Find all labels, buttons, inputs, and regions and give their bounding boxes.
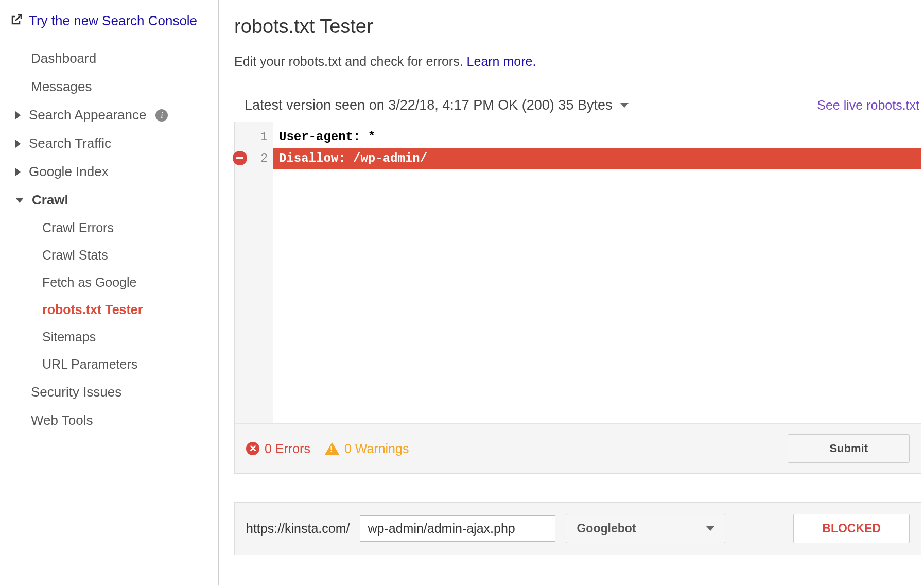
warnings-count: 0 Warnings	[344, 441, 409, 456]
sidebar-item-robots-tester[interactable]: robots.txt Tester	[5, 296, 213, 323]
caret-right-icon	[15, 168, 21, 176]
sidebar-item-crawl-errors[interactable]: Crawl Errors	[5, 214, 213, 242]
sidebar-label-search-traffic: Search Traffic	[29, 135, 111, 151]
sidebar-item-dashboard[interactable]: Dashboard	[5, 44, 213, 73]
sidebar-item-messages[interactable]: Messages	[5, 73, 213, 101]
page-subtitle: Edit your robots.txt and check for error…	[234, 54, 921, 69]
code-line[interactable]: User-agent: *	[273, 126, 921, 148]
test-result-button[interactable]: BLOCKED	[793, 514, 910, 543]
version-text: Latest version seen on 3/22/18, 4:17 PM …	[245, 97, 612, 113]
page-title: robots.txt Tester	[234, 15, 921, 38]
sidebar-item-crawl-stats[interactable]: Crawl Stats	[5, 242, 213, 269]
sidebar-label-fetch-as-google: Fetch as Google	[42, 275, 136, 290]
sidebar-item-fetch-as-google[interactable]: Fetch as Google	[5, 269, 213, 296]
external-link-icon	[10, 13, 23, 29]
submit-button[interactable]: Submit	[788, 434, 910, 463]
sidebar-label-security-issues: Security Issues	[31, 384, 121, 400]
robots-editor: 1 2 User-agent: * Disallow: /wp-admin/ ✕	[234, 122, 921, 474]
editor-status-bar: ✕ 0 Errors 0 Warnings Submit	[235, 423, 921, 473]
info-icon[interactable]: i	[155, 109, 168, 122]
sidebar-group-search-traffic[interactable]: Search Traffic	[5, 129, 213, 158]
sidebar-group-google-index[interactable]: Google Index	[5, 158, 213, 186]
bot-select[interactable]: Googlebot	[566, 514, 725, 543]
sidebar-label-web-tools: Web Tools	[31, 412, 93, 428]
new-console-link-text[interactable]: Try the new Search Console	[29, 13, 197, 29]
sidebar-label-robots-tester: robots.txt Tester	[42, 302, 143, 317]
base-url-label: https://kinsta.com/	[246, 521, 350, 536]
sidebar-label-crawl-stats: Crawl Stats	[42, 248, 108, 263]
code-line-blocked[interactable]: Disallow: /wp-admin/	[273, 148, 921, 169]
see-live-link[interactable]: See live robots.txt	[817, 98, 919, 113]
sidebar-item-url-parameters[interactable]: URL Parameters	[5, 351, 213, 378]
caret-right-icon	[15, 140, 21, 148]
main-content: robots.txt Tester Edit your robots.txt a…	[219, 0, 924, 585]
learn-more-link[interactable]: Learn more.	[467, 54, 536, 68]
url-test-panel: https://kinsta.com/ Googlebot BLOCKED	[234, 502, 921, 555]
line-number: 1	[235, 126, 273, 148]
sidebar-label-crawl-errors: Crawl Errors	[42, 220, 114, 235]
sidebar-label-search-appearance: Search Appearance	[29, 107, 146, 123]
bot-select-label: Googlebot	[577, 522, 636, 536]
sidebar-group-search-appearance[interactable]: Search Appearance i	[5, 101, 213, 129]
sidebar-label-messages: Messages	[31, 79, 92, 95]
chevron-down-icon	[620, 103, 629, 108]
caret-right-icon	[15, 111, 21, 119]
sidebar-group-crawl[interactable]: Crawl	[5, 186, 213, 214]
line-number: 2	[235, 148, 273, 169]
errors-count: 0 Errors	[265, 441, 310, 456]
chevron-down-icon	[706, 526, 714, 531]
version-dropdown[interactable]: Latest version seen on 3/22/18, 4:17 PM …	[245, 97, 629, 113]
url-path-input[interactable]	[360, 515, 555, 542]
code-editor[interactable]: 1 2 User-agent: * Disallow: /wp-admin/	[235, 122, 921, 423]
line-gutter: 1 2	[235, 122, 273, 423]
sidebar-label-url-parameters: URL Parameters	[42, 357, 137, 372]
sidebar-item-sitemaps[interactable]: Sitemaps	[5, 323, 213, 351]
sidebar-label-crawl: Crawl	[32, 192, 68, 208]
subtitle-text: Edit your robots.txt and check for error…	[234, 54, 467, 68]
code-area[interactable]: User-agent: * Disallow: /wp-admin/	[273, 122, 921, 423]
stop-icon	[233, 151, 247, 165]
warning-icon	[325, 442, 339, 455]
sidebar-item-web-tools[interactable]: Web Tools	[5, 406, 213, 435]
sidebar: Try the new Search Console Dashboard Mes…	[0, 0, 219, 585]
sidebar-item-security-issues[interactable]: Security Issues	[5, 378, 213, 406]
svg-rect-0	[236, 157, 243, 159]
error-icon: ✕	[246, 442, 259, 455]
version-row: Latest version seen on 3/22/18, 4:17 PM …	[234, 97, 921, 122]
sidebar-label-dashboard: Dashboard	[31, 50, 96, 66]
sidebar-label-sitemaps: Sitemaps	[42, 330, 96, 345]
caret-down-icon	[15, 198, 24, 203]
sidebar-label-google-index: Google Index	[29, 164, 109, 180]
new-console-link[interactable]: Try the new Search Console	[5, 13, 213, 29]
